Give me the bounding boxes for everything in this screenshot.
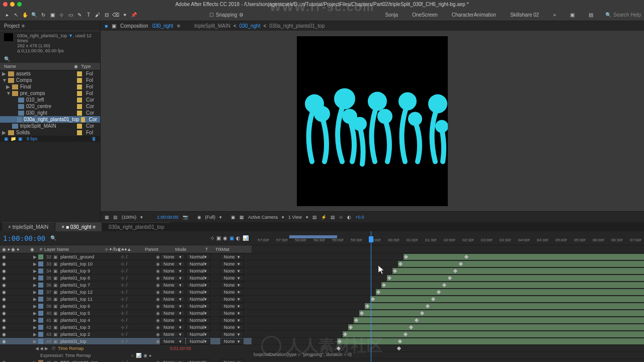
pixel-aspect-icon[interactable]: ▤ <box>312 215 317 220</box>
trkmat-dropdown[interactable]: None▾ <box>220 324 244 330</box>
draft-3d-icon[interactable]: ▣ <box>216 235 221 241</box>
mode-dropdown[interactable]: Normal▾ <box>186 359 210 363</box>
layer-row[interactable]: ◉▶37▣plants01_top 12⊹ /◉None▾Normal▾None… <box>0 289 252 296</box>
search-help[interactable]: 🔍 Search Help <box>605 11 641 19</box>
time-remap-value[interactable]: 0;01:00:55 <box>170 346 252 351</box>
time-remap-property[interactable]: ◀ ◆ ▶ ⏱ Time Remap 0;01:00:55 <box>0 345 252 352</box>
mode-dropdown[interactable]: Normal▾ <box>186 296 210 302</box>
project-tree[interactable]: ▶assetsFol▼CompsFol▶FinalFol▼pre_compsFo… <box>0 70 100 136</box>
parent-dropdown[interactable]: None▾ <box>160 331 185 337</box>
parent-dropdown[interactable]: None▾ <box>160 310 185 316</box>
zoom-tool-icon[interactable]: 🔍 <box>30 11 38 19</box>
layer-bar-row[interactable] <box>252 324 644 331</box>
mode-dropdown[interactable]: Normal▾ <box>186 261 210 267</box>
pickwhip-icon[interactable]: ◉ <box>156 360 160 363</box>
trkmat-col[interactable]: TrkMat <box>215 247 246 252</box>
workspace-menu-icon[interactable]: ▤ <box>587 11 595 19</box>
tree-item[interactable]: ▶SolidsFol <box>0 129 100 136</box>
layer-bar-row[interactable] <box>252 303 644 310</box>
parent-dropdown[interactable]: None▾ <box>160 254 185 260</box>
mode-col[interactable]: Mode <box>175 247 205 252</box>
viewer-lock-icon[interactable]: ■ <box>105 23 108 29</box>
label-col-icon[interactable]: ◉ <box>74 64 78 69</box>
tree-item[interactable]: ▶assetsFol <box>0 70 100 77</box>
timeline-timecode[interactable]: 1:00:00:00 <box>3 234 45 242</box>
magnification-icon[interactable]: ▦ <box>105 215 109 220</box>
layer-bar-row[interactable] <box>252 267 644 275</box>
reset-exposure-icon[interactable]: ◐ <box>347 215 351 220</box>
expr-graph-icon[interactable]: 📊 <box>136 353 141 358</box>
visibility-icon[interactable]: ◉ <box>2 325 7 330</box>
channel-icon[interactable]: ◉ <box>197 215 201 220</box>
visibility-icon[interactable]: ◉ <box>2 297 7 302</box>
expand-arrow-icon[interactable]: ▶ <box>33 276 38 281</box>
workspace-more-icon[interactable]: » <box>551 11 558 19</box>
mode-dropdown[interactable]: Normal▾ <box>186 310 210 316</box>
layer-label-swatch[interactable] <box>38 268 43 274</box>
layer-row[interactable]: ◉▶43▣plants01_top 2⊹ /◉None▾Normal▾None▾ <box>0 331 252 338</box>
layer-label-swatch[interactable] <box>38 304 43 309</box>
shape-tool-icon[interactable]: ▭ <box>66 11 74 19</box>
close-dot[interactable] <box>3 2 8 7</box>
views-dropdown-icon[interactable]: ▾ <box>306 215 308 220</box>
window-controls[interactable] <box>3 2 22 7</box>
snapping-checkbox[interactable]: ☐ <box>209 12 214 18</box>
parent-dropdown[interactable]: None▾ <box>160 303 185 309</box>
mode-dropdown[interactable]: Normal▾ <box>186 317 210 323</box>
parent-col[interactable]: Parent <box>145 247 175 252</box>
expand-arrow-icon[interactable]: ▶ <box>33 290 38 295</box>
viewer-canvas[interactable] <box>101 31 644 211</box>
tree-item[interactable]: ▼CompsFol <box>0 77 100 83</box>
layer-bar-row[interactable] <box>252 338 644 345</box>
layer-label-swatch[interactable] <box>38 297 43 302</box>
minimize-dot[interactable] <box>10 2 15 7</box>
layer-label-swatch[interactable] <box>38 261 43 266</box>
expand-arrow-icon[interactable]: ▶ <box>33 297 38 302</box>
workspace-onescreen[interactable]: OneScreen <box>410 11 440 19</box>
trkmat-dropdown[interactable]: None▾ <box>220 275 244 281</box>
parent-dropdown[interactable]: None▾ <box>160 268 185 274</box>
layer-row[interactable]: ◉▶36▣plants01_top 7⊹ /◉None▾Normal▾None▾ <box>0 282 252 289</box>
layer-label-swatch[interactable] <box>38 332 43 337</box>
col-type[interactable]: Type <box>81 64 96 69</box>
parent-dropdown[interactable]: None▾ <box>160 275 185 281</box>
layer-row[interactable]: ◉▶38▣plants01_top 11⊹ /◉None▾Normal▾None… <box>0 296 252 303</box>
expression-row[interactable]: Expression: Time Remap = 📊 ◉ ▸ <box>0 352 252 359</box>
layer-label-swatch[interactable] <box>38 318 43 323</box>
tree-item[interactable]: 030_rightCor <box>0 110 100 116</box>
time-remap-label[interactable]: Time Remap <box>58 346 170 351</box>
workspace-sonja[interactable]: Sonja <box>383 11 400 19</box>
layer-row[interactable]: ◉▶42▣plants01_top 3⊹ /◉None▾Normal▾None▾ <box>0 324 252 331</box>
layer-bar-row[interactable] <box>252 253 644 260</box>
layer-label-swatch[interactable] <box>38 325 43 330</box>
mode-dropdown[interactable]: Normal▾ <box>186 331 210 337</box>
layer-row[interactable]: ◉▶34▣plants01_top 9⊹ /◉None▾Normal▾None▾ <box>0 267 252 275</box>
comp-new-icon[interactable]: ▣ <box>18 136 23 141</box>
motion-blur-icon[interactable]: ◐ <box>236 235 240 241</box>
visibility-icon[interactable]: ◉ <box>2 268 7 274</box>
crumb-1[interactable]: 030_right <box>239 23 261 29</box>
mode-dropdown[interactable]: Normal▾ <box>186 268 210 274</box>
project-panel-header[interactable]: Project ≡ <box>0 21 100 31</box>
resolution-dropdown-icon[interactable]: ▾ <box>219 215 222 220</box>
timeline-graph[interactable]: 57:00f57:30f58:00f58:30f59:00f59:30f00:0… <box>252 231 644 362</box>
visibility-icon[interactable]: ◉ <box>2 339 7 344</box>
visibility-icon[interactable]: ◉ <box>2 283 7 288</box>
mode-dropdown[interactable]: Normal▾ <box>186 324 210 330</box>
parent-dropdown[interactable]: None▾ <box>160 338 185 344</box>
workspace-reset-icon[interactable]: ▣ <box>568 11 577 19</box>
roto-tool-icon[interactable]: ✦ <box>121 11 129 19</box>
composition-preview[interactable] <box>297 36 448 206</box>
transparency-icon[interactable]: ▦ <box>239 215 244 220</box>
expand-arrow-icon[interactable]: ▶ <box>33 254 38 259</box>
expand-arrow-icon[interactable]: ▶ <box>33 318 38 323</box>
project-search-icon[interactable]: 🔍 <box>4 56 10 62</box>
snapping-options-icon[interactable]: ⚙ <box>239 12 244 18</box>
expand-arrow-icon[interactable]: ▶ <box>33 261 38 266</box>
layer-label-swatch[interactable] <box>38 311 43 316</box>
layer-row[interactable]: ◉▶35▣plants01_top 8⊹ /◉None▾Normal▾None▾ <box>0 275 252 282</box>
graph-editor-icon[interactable]: 📊 <box>243 235 249 241</box>
trkmat-dropdown[interactable]: None▾ <box>220 317 244 323</box>
expand-arrow-icon[interactable]: ▶ <box>33 311 38 316</box>
trkmat-dropdown[interactable]: None▾ <box>220 289 244 295</box>
